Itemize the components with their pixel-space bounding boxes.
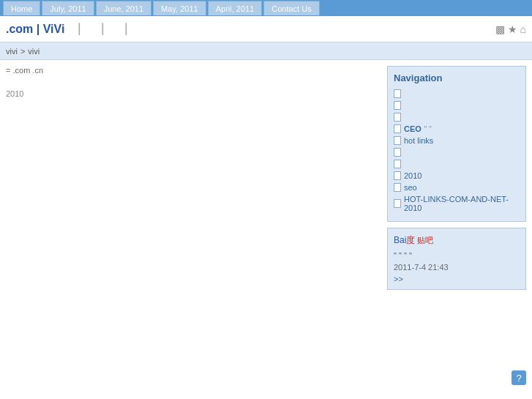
nav-label-2010: 2010 (404, 171, 422, 180)
right-sidebar: Navigation CEO " " hot links (387, 66, 526, 359)
baidu-b: Bai (394, 235, 406, 245)
nav-item-2010[interactable]: 2010 (394, 171, 520, 180)
nav-tab-may[interactable]: May, 2011 (153, 1, 206, 15)
nav-label-hot-links-net: HOT-LINKS-COM-AND-NET-2010 (404, 195, 520, 212)
nav-item-2[interactable] (394, 101, 520, 110)
nav-label-seo: seo (404, 183, 417, 192)
footer-area: ? (0, 365, 532, 391)
doc-icon-hot-links-net (394, 199, 401, 208)
logo-text: .com | ViVi (6, 23, 64, 36)
separator-2: ｜ (97, 21, 108, 37)
baidu-more-link[interactable]: >> (394, 275, 520, 283)
doc-icon-1 (394, 89, 401, 98)
nav-item-1[interactable] (394, 89, 520, 98)
left-content: = .com .cn 2010 (6, 66, 387, 359)
site-logo: .com | ViVi ｜ ｜ ｜ (6, 21, 135, 37)
breadcrumb-item-2[interactable]: vivi (28, 47, 40, 56)
nav-item-6[interactable] (394, 160, 520, 168)
logo-icons: ▩ ★ ⌂ (495, 23, 526, 35)
nav-item-ceo[interactable]: CEO " " (394, 124, 520, 133)
nav-tab-home[interactable]: Home (3, 1, 40, 15)
doc-icon-ceo (394, 124, 401, 133)
nav-tab-july[interactable]: July, 2011 (42, 1, 94, 15)
doc-icon-hotlinks (394, 136, 401, 145)
nav-tab-june[interactable]: June, 2011 (96, 1, 151, 15)
baidu-subtitle: " " " " (394, 251, 520, 260)
doc-icon-6 (394, 160, 401, 168)
doc-icon-2010 (394, 171, 401, 180)
nav-item-5[interactable] (394, 148, 520, 157)
rss-icon[interactable]: ▩ (495, 23, 505, 35)
nav-ceo-extra: " " (424, 125, 432, 133)
nav-item-3[interactable] (394, 113, 520, 122)
home-icon[interactable]: ⌂ (520, 23, 526, 35)
article-year: 2010 (6, 89, 380, 98)
nav-tab-contact[interactable]: Contact Us (263, 1, 319, 15)
star-icon[interactable]: ★ (508, 23, 517, 35)
baidu-timestamp: 2011-7-4 21:43 (394, 263, 520, 272)
nav-label-ceo: CEO (404, 124, 422, 133)
doc-icon-seo (394, 183, 401, 192)
logo-bar: .com | ViVi ｜ ｜ ｜ ▩ ★ ⌂ (0, 16, 532, 42)
baidu-du: 度 (406, 235, 415, 245)
separator-1: ｜ (73, 21, 85, 37)
main-layout: = .com .cn 2010 Navigation CEO " " (0, 60, 532, 365)
article-meta: = .com .cn (6, 66, 380, 75)
nav-item-hotlinks[interactable]: hot links (394, 136, 520, 145)
baidu-logo-text: Bai度 (394, 234, 415, 247)
baidu-box: Bai度 贴吧 " " " " 2011-7-4 21:43 >> (387, 228, 526, 290)
baidu-logo: Bai度 贴吧 (394, 234, 520, 247)
breadcrumb-item-1[interactable]: vivi (6, 47, 18, 56)
breadcrumb: vivi > vivi (0, 42, 532, 60)
top-navigation: Home July, 2011 June, 2011 May, 2011 Apr… (0, 0, 532, 16)
help-icon[interactable]: ? (512, 370, 526, 385)
baidu-chinese-chars: 贴吧 (417, 235, 433, 246)
nav-tab-april[interactable]: April, 2011 (208, 1, 263, 15)
separator-3: ｜ (120, 21, 132, 37)
doc-icon-5 (394, 148, 401, 157)
doc-icon-2 (394, 101, 401, 110)
nav-label-hotlinks: hot links (404, 136, 433, 145)
doc-icon-3 (394, 113, 401, 122)
breadcrumb-separator: > (20, 47, 25, 56)
nav-item-seo[interactable]: seo (394, 183, 520, 192)
nav-item-hot-links-net[interactable]: HOT-LINKS-COM-AND-NET-2010 (394, 195, 520, 212)
navigation-title: Navigation (394, 72, 520, 83)
navigation-box: Navigation CEO " " hot links (387, 66, 526, 222)
